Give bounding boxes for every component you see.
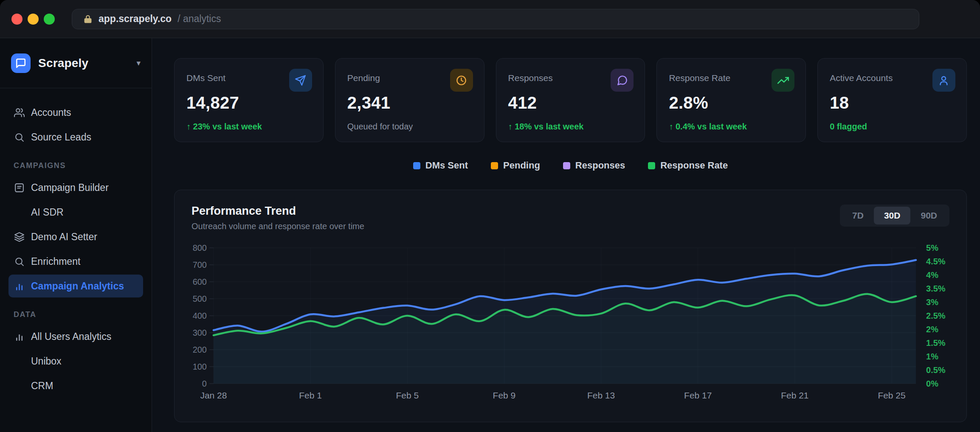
stat-card-responses: Responses 412 ↑ 18% vs last week	[496, 58, 645, 142]
svg-text:0.5%: 0.5%	[926, 365, 946, 375]
svg-text:100: 100	[193, 362, 207, 371]
stat-cards: DMs Sent 14,827 ↑ 23% vs last week Pendi…	[174, 58, 967, 142]
stat-delta: ↑ 0.4% vs last week	[669, 122, 794, 132]
bar-chart-icon	[14, 281, 25, 292]
users-icon	[14, 107, 25, 118]
send-icon	[289, 69, 312, 92]
stat-value: 412	[508, 93, 633, 112]
chart-title: Performance Trend	[191, 205, 364, 218]
sidebar-item-source-leads[interactable]: Source Leads	[8, 126, 143, 149]
stat-value: 2,341	[347, 93, 472, 112]
sidebar-item-ai-sdr[interactable]: AI SDR	[8, 201, 143, 224]
sidebar-item-label: Source Leads	[31, 132, 91, 143]
svg-text:3.5%: 3.5%	[926, 284, 946, 293]
legend-item-pending[interactable]: Pending	[491, 160, 540, 171]
svg-text:Feb 13: Feb 13	[587, 390, 615, 400]
legend-swatch-blue	[413, 162, 420, 169]
svg-text:2%: 2%	[926, 325, 938, 334]
sidebar-item-label: Unibox	[31, 356, 62, 367]
sidebar-section-campaigns: CAMPAIGNS	[14, 161, 143, 170]
svg-text:400: 400	[193, 311, 207, 320]
search-icon	[14, 132, 25, 143]
brand-name: Scrapely	[38, 56, 88, 70]
scrapely-logo-icon	[11, 53, 31, 73]
svg-text:Feb 21: Feb 21	[781, 390, 808, 400]
stat-card-response-rate: Response Rate 2.8% ↑ 0.4% vs last week	[656, 58, 806, 142]
stat-delta: ↑ 18% vs last week	[508, 122, 633, 132]
performance-trend-card: Performance Trend Outreach volume and re…	[174, 190, 967, 422]
svg-text:200: 200	[193, 345, 207, 354]
svg-text:4.5%: 4.5%	[926, 257, 946, 266]
workspace-switcher[interactable]: Scrapely ▾	[0, 38, 152, 88]
svg-text:4%: 4%	[926, 270, 938, 280]
minimize-window-button[interactable]	[28, 14, 39, 25]
svg-text:1.5%: 1.5%	[926, 338, 946, 348]
svg-text:Feb 9: Feb 9	[493, 390, 516, 400]
stat-card-active-accounts: Active Accounts 18 0 flagged	[817, 58, 967, 142]
sidebar: Scrapely ▾ Accounts Source Leads CAMPAIG…	[0, 38, 152, 432]
legend-swatch-purple	[563, 162, 570, 169]
stat-card-dms-sent: DMs Sent 14,827 ↑ 23% vs last week	[174, 58, 324, 142]
svg-text:Feb 5: Feb 5	[396, 390, 419, 400]
search-icon	[14, 256, 25, 267]
main-content: DMs Sent 14,827 ↑ 23% vs last week Pendi…	[152, 38, 980, 432]
range-button-7d[interactable]: 7D	[842, 207, 874, 224]
app-window: app.scrapely.co / analytics Scrapely ▾ A…	[0, 0, 980, 432]
sidebar-item-campaign-analytics[interactable]: Campaign Analytics	[8, 275, 143, 297]
url-bar[interactable]: app.scrapely.co / analytics	[72, 9, 919, 29]
chart-subtitle: Outreach volume and response rate over t…	[191, 222, 364, 231]
sidebar-item-accounts[interactable]: Accounts	[8, 101, 143, 124]
bar-chart-icon	[14, 331, 25, 342]
sidebar-item-label: Campaign Analytics	[31, 281, 124, 292]
sidebar-item-label: Enrichment	[31, 256, 80, 267]
sidebar-item-label: AI SDR	[31, 207, 64, 218]
sidebar-item-unibox[interactable]: Unibox	[8, 350, 143, 373]
form-icon	[14, 182, 25, 193]
sidebar-item-all-users-analytics[interactable]: All Users Analytics	[8, 325, 143, 348]
legend-item-dms-sent[interactable]: DMs Sent	[413, 160, 468, 171]
svg-text:1%: 1%	[926, 352, 938, 361]
range-button-90d[interactable]: 90D	[910, 207, 947, 224]
svg-text:300: 300	[193, 328, 207, 337]
svg-text:Jan 28: Jan 28	[200, 390, 227, 400]
svg-text:Feb 1: Feb 1	[299, 390, 322, 400]
url-host: app.scrapely.co	[99, 13, 172, 25]
svg-text:3%: 3%	[926, 297, 938, 307]
maximize-window-button[interactable]	[44, 14, 55, 25]
chat-bubble-icon	[611, 69, 634, 92]
chart-legend: DMs Sent Pending Responses Response Rate	[174, 160, 967, 171]
layers-icon	[14, 232, 25, 242]
svg-text:Feb 25: Feb 25	[878, 390, 905, 400]
lock-icon	[83, 14, 93, 24]
svg-text:500: 500	[193, 294, 207, 303]
legend-item-responses[interactable]: Responses	[563, 160, 625, 171]
svg-text:600: 600	[193, 277, 207, 286]
sidebar-section-data: DATA	[14, 310, 143, 319]
stat-delta: ↑ 23% vs last week	[186, 122, 311, 132]
window-controls	[11, 14, 55, 25]
sidebar-nav: Accounts Source Leads CAMPAIGNS Campaign…	[0, 88, 152, 397]
sidebar-item-label: All Users Analytics	[31, 331, 111, 342]
browser-bar: app.scrapely.co / analytics	[0, 0, 980, 38]
stat-subtext: Queued for today	[347, 122, 472, 132]
user-icon	[932, 69, 955, 92]
stat-card-pending: Pending 2,341 Queued for today	[335, 58, 484, 142]
svg-text:Feb 17: Feb 17	[684, 390, 712, 400]
sidebar-item-demo-ai-setter[interactable]: Demo AI Setter	[8, 225, 143, 248]
sidebar-item-campaign-builder[interactable]: Campaign Builder	[8, 176, 143, 199]
url-path: / analytics	[177, 13, 221, 25]
close-window-button[interactable]	[11, 14, 23, 25]
time-range-control: 7D 30D 90D	[840, 205, 949, 227]
svg-text:2.5%: 2.5%	[926, 311, 946, 320]
performance-chart: 01002003004005006007008000%0.5%1%1.5%2%2…	[191, 237, 949, 415]
legend-item-response-rate[interactable]: Response Rate	[648, 160, 728, 171]
svg-text:800: 800	[193, 243, 207, 252]
trend-up-icon	[772, 69, 794, 92]
stat-delta: 0 flagged	[830, 122, 955, 132]
sidebar-item-enrichment[interactable]: Enrichment	[8, 250, 143, 273]
sidebar-item-crm[interactable]: CRM	[8, 374, 143, 397]
legend-swatch-orange	[491, 162, 498, 169]
sidebar-item-label: Demo AI Setter	[31, 231, 97, 243]
stat-value: 2.8%	[669, 93, 794, 112]
range-button-30d[interactable]: 30D	[874, 207, 911, 224]
